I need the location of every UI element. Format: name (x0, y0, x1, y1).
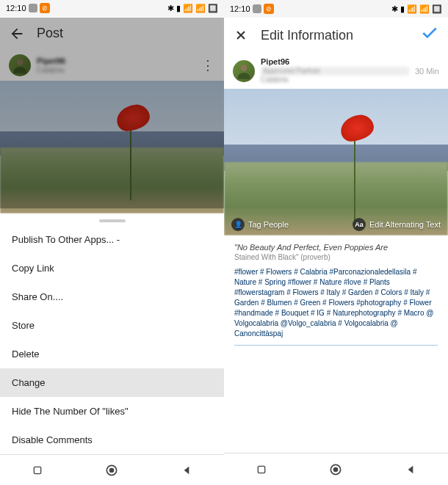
page-title: Post (37, 26, 215, 41)
signal-icon: 📶 (419, 4, 430, 14)
caption-hashtags[interactable]: #flower # Flowers # Calabria #Parconazio… (234, 267, 438, 339)
status-icon (253, 4, 261, 13)
caption-editor[interactable]: "No Beauty And Perfect, Even Poppies Are… (224, 236, 448, 453)
close-icon[interactable] (233, 27, 249, 43)
status-time: 12:10 (6, 4, 26, 12)
post-user-row: Pipet96 Approved Partner Calabria 30 Min (224, 53, 448, 89)
copy-link-button[interactable]: Copy Link (0, 254, 224, 282)
nav-recent-icon[interactable] (251, 459, 272, 480)
post-header-bar: Post (0, 17, 224, 51)
signal-icon: ▮ (176, 4, 181, 13)
svg-point-3 (109, 467, 115, 473)
post-location[interactable]: Calabria (37, 66, 195, 75)
status-icons: ✱ ▮ 📶 📶 🔲 (167, 4, 218, 13)
svg-rect-1 (34, 467, 40, 473)
tag-people-button[interactable]: 👤 Tag People (231, 218, 289, 231)
edit-alt-text-button[interactable]: Aa Edit Alternating Text (353, 218, 441, 231)
android-navbar (224, 453, 448, 485)
caption-quote[interactable]: "No Beauty And Perfect, Even Poppies Are (234, 243, 438, 252)
partner-badge: Approved Partner (261, 67, 409, 76)
signal-icon: 📶 (195, 4, 206, 13)
page-title: Edit Information (261, 28, 408, 43)
avatar[interactable] (233, 60, 255, 82)
nav-back-icon[interactable] (176, 460, 197, 481)
nav-home-icon[interactable] (101, 460, 122, 481)
caption-divider (234, 345, 438, 346)
username[interactable]: Pipet96 (261, 57, 409, 67)
status-bar: 12:10 ⊘ ✱ ▮ 📶 📶 🔲 (0, 0, 224, 17)
svg-point-4 (241, 65, 248, 71)
nav-back-icon[interactable] (400, 459, 421, 480)
android-navbar (0, 454, 224, 485)
status-icon: ⊘ (264, 4, 274, 14)
hide-likes-button[interactable]: Hide The Number Of "likes" (0, 397, 224, 426)
avatar[interactable] (9, 54, 31, 76)
nav-recent-icon[interactable] (27, 460, 48, 481)
phone-screen-left: 12:10 ⊘ ✱ ▮ 📶 📶 🔲 Post Pipet96 Calabria … (0, 0, 224, 485)
publish-apps-button[interactable]: Publish To Other Apps... - (0, 225, 224, 254)
post-photo: 👤 Tag People Aa Edit Alternating Text (224, 89, 448, 236)
battery-icon: 🔲 (208, 4, 218, 13)
signal-icon: ▮ (400, 4, 405, 14)
status-bar: 12:10 ⊘ ✱ ▮ 📶 📶 🔲 (224, 0, 448, 18)
person-icon: 👤 (231, 218, 245, 231)
bluetooth-icon: ✱ (167, 4, 174, 13)
more-options-icon[interactable]: ⋮ (200, 57, 215, 73)
text-icon: Aa (353, 218, 366, 231)
svg-point-0 (17, 59, 24, 66)
disable-comments-button[interactable]: Disable Comments (0, 426, 224, 454)
bluetooth-icon: ✱ (391, 4, 398, 14)
edit-header-bar: Edit Information (224, 18, 448, 53)
post-location[interactable]: Calabria (261, 76, 409, 84)
confirm-check-icon[interactable] (420, 23, 439, 47)
change-button[interactable]: Change (0, 368, 224, 397)
status-icons: ✱ ▮ 📶 📶 🔲 (391, 4, 442, 14)
status-time: 12:10 (230, 4, 250, 13)
phone-screen-right: 12:10 ⊘ ✱ ▮ 📶 📶 🔲 Edit Information Pipet… (224, 0, 448, 485)
post-timestamp: 30 Min (415, 67, 439, 76)
battery-icon: 🔲 (432, 4, 442, 14)
share-on-button[interactable]: Share On.... (0, 282, 224, 311)
status-icon (29, 4, 37, 12)
back-arrow-icon[interactable] (9, 26, 25, 42)
svg-rect-5 (258, 466, 264, 473)
post-photo (0, 81, 224, 214)
signal-icon: 📶 (407, 4, 417, 14)
sheet-handle[interactable] (99, 219, 126, 222)
delete-button[interactable]: Delete (0, 340, 224, 368)
nav-home-icon[interactable] (325, 459, 346, 480)
svg-point-7 (333, 467, 339, 472)
caption-proverb[interactable]: Stained With Black" (proverb) (234, 253, 438, 261)
username[interactable]: Pipet96 (37, 56, 195, 66)
status-icon: ⊘ (40, 3, 50, 13)
post-user-row: Pipet96 Calabria ⋮ (0, 50, 224, 81)
action-sheet: Publish To Other Apps... - Copy Link Sha… (0, 214, 224, 454)
store-button[interactable]: Store (0, 311, 224, 340)
signal-icon: 📶 (183, 4, 193, 13)
